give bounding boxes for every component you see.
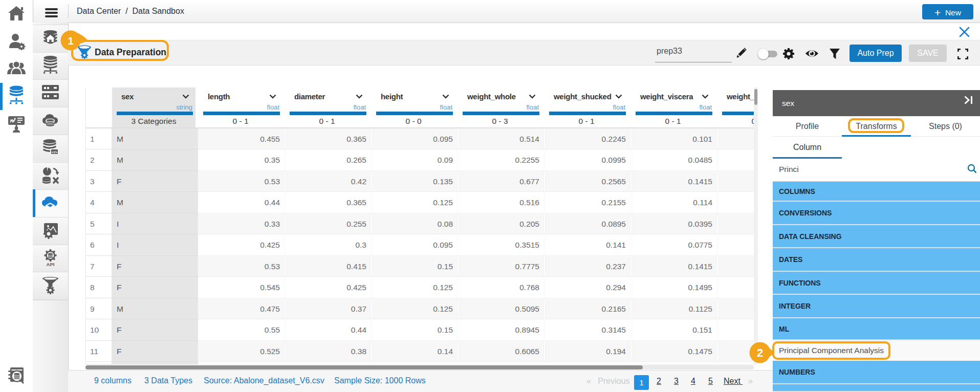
svg-text:API: API <box>47 262 55 267</box>
svg-text:2: 2 <box>757 346 763 359</box>
svg-text:1: 1 <box>68 35 74 47</box>
svg-text:</>: </> <box>52 150 57 155</box>
